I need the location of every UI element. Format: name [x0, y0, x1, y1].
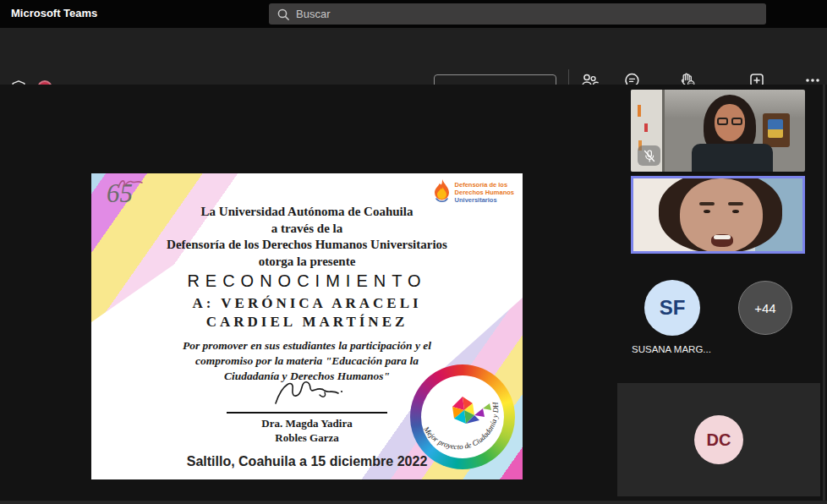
search-icon	[277, 8, 290, 21]
active-speaker-video-tile[interactable]	[631, 176, 805, 254]
header-line: otorga la presente	[91, 254, 523, 271]
decor	[704, 210, 710, 213]
participant-name-label: SUSANA MARG...	[632, 344, 733, 354]
rainbow-seal: Mejor proyecto de Ciudadanía y DH	[410, 364, 515, 469]
participant-tile-no-video[interactable]: DC	[617, 383, 820, 496]
certificate-header: La Universidad Autónoma de Coahuila a tr…	[91, 204, 523, 270]
overflow-participants-badge[interactable]: +44	[738, 281, 792, 335]
participant-avatar[interactable]: SF	[644, 280, 700, 336]
participant-figure	[692, 144, 773, 172]
decor	[699, 202, 715, 205]
dove-icon	[452, 397, 491, 424]
dhu-logo: Defensoría de los Derechos Humanos Unive…	[432, 178, 514, 205]
decor	[717, 118, 728, 125]
seal-artwork: Mejor proyecto de Ciudadanía y DH	[410, 364, 515, 469]
participant-avatar: DC	[694, 415, 743, 464]
decor	[644, 123, 648, 132]
title-bar: Microsoft Teams	[0, 0, 827, 28]
muted-badge	[638, 145, 660, 166]
signature-block: Dra. Magda Yadira Robles Garza	[214, 375, 400, 445]
avatar-initials: SF	[660, 296, 686, 320]
app-title: Microsoft Teams	[11, 7, 97, 19]
flame-icon	[432, 178, 451, 205]
teams-meeting-window: Microsoft Teams --:-- Tomar el control G…	[0, 0, 827, 504]
decor	[731, 118, 742, 125]
certificate-recipient: A: VERÓNICA ARACELI CARDIEL MARTÍNEZ	[91, 294, 523, 331]
decor	[711, 234, 733, 247]
mic-off-icon	[643, 149, 656, 163]
participant-video-tile[interactable]	[631, 90, 805, 172]
certificate-title: RECONOCIMIENTO	[91, 271, 523, 291]
search-input[interactable]	[296, 8, 702, 20]
header-line: a través de la	[91, 221, 523, 238]
roster-scrollbar[interactable]	[823, 85, 825, 504]
header-line: Defensoría de los Derechos Humanos Unive…	[91, 237, 523, 254]
overflow-count: +44	[754, 301, 775, 315]
avatar-initials: DC	[707, 430, 731, 450]
window-bottom-edge	[0, 501, 827, 504]
dhu-logo-text: Defensoría de los Derechos Humanos Unive…	[455, 181, 514, 204]
signature-line	[227, 412, 387, 414]
signature-icon	[214, 375, 400, 412]
header-line: La Universidad Autónoma de Coahuila	[91, 204, 523, 221]
decor	[763, 113, 790, 147]
decor	[638, 105, 641, 117]
decor	[728, 202, 743, 205]
anniversary-flourish-icon	[117, 177, 145, 190]
shared-slide-certificate: 65 Defensoría de los Derechos Humanos Un…	[91, 173, 523, 479]
search-box[interactable]	[269, 3, 766, 25]
meeting-toolbar: --:-- Tomar el control Gente Chat	[0, 28, 827, 85]
decor	[732, 210, 739, 213]
signer-name: Dra. Magda Yadira Robles Garza	[214, 416, 400, 445]
